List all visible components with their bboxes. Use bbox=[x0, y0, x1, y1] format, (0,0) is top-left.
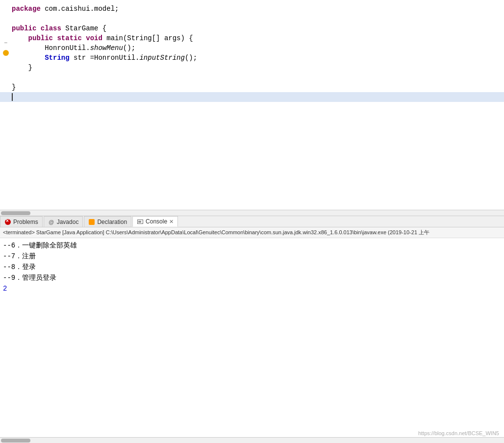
tab-problems-label: Problems bbox=[13, 219, 38, 225]
console-line-5: 2 bbox=[3, 283, 501, 294]
console-line-3: --8．登录 bbox=[3, 262, 501, 272]
tab-console-label: Console bbox=[146, 218, 167, 225]
breakpoint-icon bbox=[3, 50, 9, 56]
text: StarGame { bbox=[61, 25, 106, 32]
text: main(String[] args) { bbox=[102, 34, 193, 42]
console-line-1: --6．一键删除全部英雄 bbox=[3, 240, 501, 251]
keyword: public bbox=[28, 34, 53, 42]
text: (); bbox=[123, 44, 135, 52]
text bbox=[36, 25, 40, 32]
code-line-8 bbox=[0, 73, 504, 82]
text: str =HonronUtil. bbox=[70, 54, 140, 62]
code-text-3: public class StarGame { bbox=[12, 24, 106, 33]
cursor bbox=[12, 93, 13, 101]
scrollbar-thumb[interactable] bbox=[1, 211, 30, 215]
console-close-icon[interactable]: ✕ bbox=[169, 219, 174, 225]
code-line-1: package com.caishui.model; bbox=[0, 4, 504, 14]
console-header: <terminated> StarGame [Java Application]… bbox=[0, 227, 504, 238]
text: HonronUtil. bbox=[45, 44, 90, 52]
bottom-scrollbar[interactable] bbox=[0, 437, 504, 443]
console-icon bbox=[137, 218, 144, 225]
text bbox=[82, 34, 86, 42]
declaration-icon bbox=[88, 219, 95, 225]
declaration-icon-shape bbox=[89, 219, 95, 225]
text-italic: showMenu bbox=[90, 44, 123, 52]
text: } bbox=[12, 83, 16, 91]
code-text-9: } bbox=[12, 82, 16, 92]
text: com.caishui.model; bbox=[41, 5, 119, 13]
tab-problems[interactable]: Problems bbox=[0, 216, 43, 227]
code-editor: package com.caishui.model; public class … bbox=[0, 0, 504, 216]
code-line-10 bbox=[0, 92, 504, 102]
bottom-tab-bar: Problems @ Javadoc Declaration Console ✕ bbox=[0, 216, 504, 227]
collapse-icon[interactable]: − bbox=[4, 38, 7, 48]
console-line-4: --9．管理员登录 bbox=[3, 272, 501, 283]
console-content: --6．一键删除全部英雄 --7．注册 --8．登录 --9．管理员登录 2 bbox=[0, 238, 504, 437]
problems-icon bbox=[4, 219, 11, 225]
code-text-10 bbox=[12, 92, 13, 102]
console-line-2: --7．注册 bbox=[3, 251, 501, 262]
tab-console[interactable]: Console ✕ bbox=[132, 216, 178, 227]
code-line-9: } bbox=[0, 82, 504, 92]
tab-declaration[interactable]: Declaration bbox=[84, 216, 131, 227]
code-text-7: ____} bbox=[12, 63, 32, 73]
keyword: void bbox=[86, 34, 102, 42]
code-text-4: ____public static void main(String[] arg… bbox=[12, 33, 193, 43]
keyword: static bbox=[57, 34, 81, 42]
watermark: https://blog.csdn.net/BCSE_WIN5 bbox=[418, 430, 499, 436]
text: (); bbox=[185, 54, 197, 62]
bottom-scrollbar-thumb[interactable] bbox=[1, 439, 30, 443]
keyword: String bbox=[45, 54, 69, 62]
horizontal-scrollbar[interactable] bbox=[0, 210, 504, 216]
code-text-6: ________String str =HonronUtil.inputStri… bbox=[12, 53, 197, 63]
keyword: public bbox=[12, 25, 36, 32]
code-line-3: public class StarGame { bbox=[0, 24, 504, 33]
keyword: class bbox=[41, 25, 61, 32]
tab-javadoc[interactable]: @ Javadoc bbox=[44, 216, 83, 227]
javadoc-icon-shape: @ bbox=[49, 219, 54, 225]
code-line-6: ________String str =HonronUtil.inputStri… bbox=[0, 53, 504, 63]
text: } bbox=[28, 64, 32, 72]
tab-javadoc-label: Javadoc bbox=[57, 219, 79, 225]
code-text-2 bbox=[12, 14, 16, 24]
code-text-5: ________HonronUtil.showMenu(); bbox=[12, 43, 135, 53]
problems-icon-shape bbox=[5, 219, 11, 225]
code-text-8 bbox=[12, 73, 16, 82]
code-text-1: package com.caishui.model; bbox=[12, 4, 119, 14]
code-content: package com.caishui.model; public class … bbox=[0, 0, 504, 210]
code-line-7: ____} bbox=[0, 63, 504, 73]
keyword: package bbox=[12, 5, 41, 13]
javadoc-icon: @ bbox=[48, 219, 55, 225]
code-line-2 bbox=[0, 14, 504, 24]
code-line-4: − ____public static void main(String[] a… bbox=[0, 33, 504, 43]
code-line-5: ________HonronUtil.showMenu(); bbox=[0, 43, 504, 53]
console-icon-shape bbox=[137, 220, 143, 224]
text-italic: inputString bbox=[139, 54, 184, 62]
tab-declaration-label: Declaration bbox=[97, 219, 127, 225]
console-panel: <terminated> StarGame [Java Application]… bbox=[0, 227, 504, 443]
